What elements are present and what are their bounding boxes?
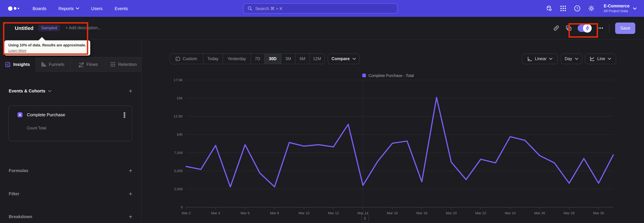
svg-text:Mar 12: Mar 12 <box>328 211 339 215</box>
project-switcher[interactable]: E-Commerce All Project Data <box>604 4 636 13</box>
tab-label: Insights <box>13 62 30 67</box>
nav-item-label: Users <box>91 6 102 11</box>
tab-funnels[interactable]: Funnels <box>35 57 70 71</box>
data-management-icon[interactable] <box>546 5 553 12</box>
filter-label: Filter <box>9 191 20 196</box>
formulas-label: Formulas <box>9 168 28 173</box>
report-title[interactable]: Untitled <box>15 25 34 31</box>
chart-panel: Custom Today Yesterday 7D 30D 3M 6M 12M … <box>142 40 644 223</box>
nav-right-cluster: ? E-Commerce All Project Data <box>546 0 636 17</box>
chevron-down-icon <box>633 7 636 10</box>
copy-icon[interactable] <box>565 25 572 32</box>
nav-item-events[interactable]: Events <box>114 6 128 11</box>
svg-text:Mar 4: Mar 4 <box>211 211 220 215</box>
events-cohorts-label[interactable]: Events & Cohorts <box>9 88 51 93</box>
pagination-page-1[interactable]: 1 <box>361 214 369 222</box>
mixpanel-logo-icon[interactable] <box>8 6 19 11</box>
filter-section: Filter + <box>9 189 132 198</box>
insights-icon <box>5 62 10 67</box>
add-event-button[interactable]: + <box>129 88 132 94</box>
svg-text:10K: 10K <box>176 132 183 136</box>
divider <box>609 24 610 33</box>
report-tabs: Insights Funnels Flows <box>0 57 141 72</box>
search-placeholder: Search ⌘ + K <box>255 6 282 11</box>
chevron-down-icon <box>48 90 51 92</box>
svg-text:7,500: 7,500 <box>174 151 183 154</box>
lightning-bolt-icon <box>585 26 590 31</box>
breakdown-label: Breakdown <box>9 214 32 219</box>
breakdown-section: Breakdown + <box>9 212 132 221</box>
svg-text:Mar 2: Mar 2 <box>182 211 190 215</box>
events-cohorts-header: Events & Cohorts + <box>9 86 132 95</box>
svg-text:?: ? <box>576 7 578 11</box>
more-ellipsis-icon[interactable] <box>597 25 604 32</box>
add-formula-button[interactable]: + <box>129 168 132 174</box>
line-chart[interactable]: 02,5005,0007,50010K12.5K15K17.5KMar 2Mar… <box>142 40 644 223</box>
svg-text:Mar 28: Mar 28 <box>564 211 574 215</box>
nav-item-users[interactable]: Users <box>91 6 102 11</box>
event-letter-badge: A <box>18 112 22 117</box>
flows-icon <box>78 62 84 67</box>
tab-insights[interactable]: Insights <box>0 57 35 72</box>
funnels-icon <box>41 62 46 67</box>
main-menu: Boards Reports Users Events <box>32 6 128 11</box>
svg-text:Mar 20: Mar 20 <box>446 211 456 215</box>
event-metric[interactable]: Count Total <box>27 126 46 130</box>
event-name[interactable]: Complete Purchase <box>27 112 65 117</box>
learn-more-link[interactable]: Learn More <box>8 48 86 52</box>
retention-icon <box>110 62 116 67</box>
tab-label: Retention <box>118 62 137 67</box>
event-menu-icon[interactable]: ●●● <box>123 112 126 118</box>
add-description[interactable]: + Add description... <box>66 26 101 30</box>
tab-retention[interactable]: Retention <box>106 57 142 71</box>
add-breakdown-button[interactable]: + <box>129 213 132 220</box>
project-name: E-Commerce <box>604 4 630 9</box>
nav-item-boards[interactable]: Boards <box>32 6 46 11</box>
sampling-tooltip: Using 10% of data. Results are approxima… <box>4 40 90 55</box>
nav-item-reports[interactable]: Reports <box>58 6 79 11</box>
search-icon <box>248 6 252 11</box>
svg-text:0: 0 <box>180 205 183 209</box>
tab-flows[interactable]: Flows <box>70 57 106 71</box>
save-button[interactable]: Save <box>615 23 635 34</box>
nav-item-label: Reports <box>58 6 74 11</box>
svg-text:2,500: 2,500 <box>174 187 183 191</box>
event-card[interactable]: A Complete Purchase ●●● Count Total <box>8 105 132 141</box>
nav-item-label: Events <box>114 6 128 11</box>
svg-text:Mar 22: Mar 22 <box>475 211 486 215</box>
chevron-down-icon <box>76 8 79 10</box>
page-body: Insights Funnels Flows <box>0 40 644 223</box>
svg-text:Mar 10: Mar 10 <box>298 211 309 215</box>
app-window: Boards Reports Users Events Search ⌘ + K <box>0 0 644 223</box>
sampled-badge[interactable]: Sampled <box>38 25 60 31</box>
svg-text:Mar 14: Mar 14 <box>357 211 368 215</box>
svg-text:Mar 24: Mar 24 <box>505 211 516 215</box>
svg-text:17.5K: 17.5K <box>174 78 183 82</box>
tab-label: Funnels <box>49 62 64 67</box>
svg-text:Mar 16: Mar 16 <box>387 211 398 215</box>
project-scope: All Project Data <box>604 9 630 13</box>
top-nav: Boards Reports Users Events Search ⌘ + K <box>0 0 644 17</box>
link-icon[interactable] <box>553 25 560 32</box>
search-input[interactable]: Search ⌘ + K <box>243 3 398 14</box>
apps-grid-icon[interactable] <box>560 5 567 12</box>
report-toolbar: Untitled Sampled + Add description... <box>0 17 644 40</box>
svg-text:Mar 6: Mar 6 <box>240 211 250 215</box>
query-sidebar: Insights Funnels Flows <box>0 40 142 223</box>
svg-text:Mar 18: Mar 18 <box>416 211 427 215</box>
sampling-toggle[interactable] <box>578 25 591 32</box>
tab-label: Flows <box>86 62 98 67</box>
svg-text:15K: 15K <box>176 96 183 100</box>
svg-text:Mar 8: Mar 8 <box>270 211 279 215</box>
svg-text:Mar 26: Mar 26 <box>534 211 545 215</box>
formulas-section: Formulas + <box>9 166 132 175</box>
help-icon[interactable]: ? <box>574 5 581 12</box>
sampling-tooltip-text: Using 10% of data. Results are approxima… <box>8 43 86 47</box>
toolbar-actions: Save <box>553 17 635 40</box>
add-filter-button[interactable]: + <box>129 191 132 197</box>
toggle-knob <box>583 24 592 33</box>
svg-text:5,000: 5,000 <box>174 169 183 173</box>
svg-text:12.5K: 12.5K <box>174 114 183 118</box>
nav-item-label: Boards <box>32 6 46 11</box>
settings-gear-icon[interactable] <box>588 5 595 12</box>
